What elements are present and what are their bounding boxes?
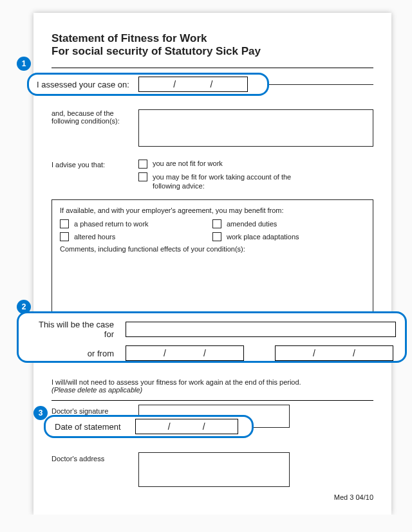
reassess-text: I will/will not need to assess your fitn…: [52, 378, 373, 386]
benefit-amended: amended duties: [212, 219, 365, 228]
signature-label: Doctor's signature: [52, 405, 138, 415]
comments-field[interactable]: [60, 253, 365, 317]
assessed-label: I assessed your case on:: [37, 80, 129, 89]
advice-may-fit: you may be fit for work taking account o…: [138, 172, 373, 191]
comments-label: Comments, including functional effects o…: [60, 245, 365, 253]
slash: /: [173, 79, 176, 89]
assessed-date-field[interactable]: / /: [138, 77, 248, 92]
benefit-phased-label: a phased return to work: [74, 220, 149, 228]
benefit-altered-label: altered hours: [74, 233, 115, 241]
date-stmt-label: Date of statement: [55, 422, 121, 432]
checkbox-altered[interactable]: [60, 232, 69, 241]
advise-label: I advise you that:: [52, 158, 138, 169]
checkbox-not-fit[interactable]: [138, 160, 147, 169]
address-field[interactable]: [138, 452, 290, 487]
checkbox-may-fit[interactable]: [138, 172, 147, 181]
callout-assessed: I assessed your case on: / /: [27, 73, 269, 96]
delete-note: (Please delete as applicable): [52, 386, 373, 394]
rule-top: [52, 68, 373, 68]
conditions-label: and, because of the following condition(…: [52, 109, 138, 125]
benefit-phased: a phased return to work: [60, 219, 212, 228]
benefit-altered: altered hours: [60, 232, 212, 241]
advice-not-fit-label: you are not fit for work: [153, 160, 223, 167]
advice-not-fit: you are not fit for work: [138, 160, 373, 169]
advise-row: I advise you that: you are not fit for w…: [52, 158, 373, 195]
benefit-workplace-label: work place adaptations: [227, 233, 299, 241]
date-stmt-field[interactable]: / /: [135, 419, 238, 434]
checkbox-workplace[interactable]: [212, 232, 221, 241]
benefit-intro: If available, and with your employer's a…: [60, 206, 365, 214]
conditions-row: and, because of the following condition(…: [52, 109, 373, 147]
slash: /: [164, 348, 166, 358]
slash: /: [168, 421, 171, 432]
advice-may-fit-label: you may be fit for work taking account o…: [153, 172, 307, 191]
to-date-field[interactable]: / /: [275, 345, 393, 361]
title-line-2: For social security of Statutory Sick Pa…: [52, 45, 373, 58]
slash: /: [203, 421, 205, 432]
benefit-amended-label: amended duties: [227, 220, 277, 228]
address-row: Doctor's address: [52, 452, 373, 487]
checkbox-amended[interactable]: [212, 219, 221, 228]
slash: /: [313, 348, 315, 358]
from-date-field[interactable]: / /: [126, 345, 244, 361]
or-from-label: or from: [28, 349, 126, 358]
slash: /: [211, 79, 213, 89]
rule-bottom: [52, 400, 373, 401]
callout-case-for: This will be the case for or from / / / …: [17, 311, 407, 363]
title-block: Statement of Fitness for Work For social…: [52, 32, 373, 59]
benefit-workplace: work place adaptations: [212, 232, 365, 241]
form-code: Med 3 04/10: [52, 493, 373, 501]
checkbox-phased[interactable]: [60, 219, 69, 228]
benefit-box: If available, and with your employer's a…: [52, 199, 373, 323]
callout-date-stmt: Date of statement / /: [44, 415, 254, 438]
case-for-row: This will be the case for: [28, 320, 396, 339]
or-from-row: or from / / / /: [28, 345, 396, 361]
conditions-field[interactable]: [138, 109, 373, 147]
slash: /: [203, 348, 206, 358]
case-for-field[interactable]: [126, 322, 396, 337]
case-for-label: This will be the case for: [28, 320, 126, 339]
title-line-1: Statement of Fitness for Work: [52, 32, 373, 45]
slash: /: [353, 348, 355, 358]
address-label: Doctor's address: [52, 452, 138, 463]
badge-1: 1: [17, 57, 31, 71]
